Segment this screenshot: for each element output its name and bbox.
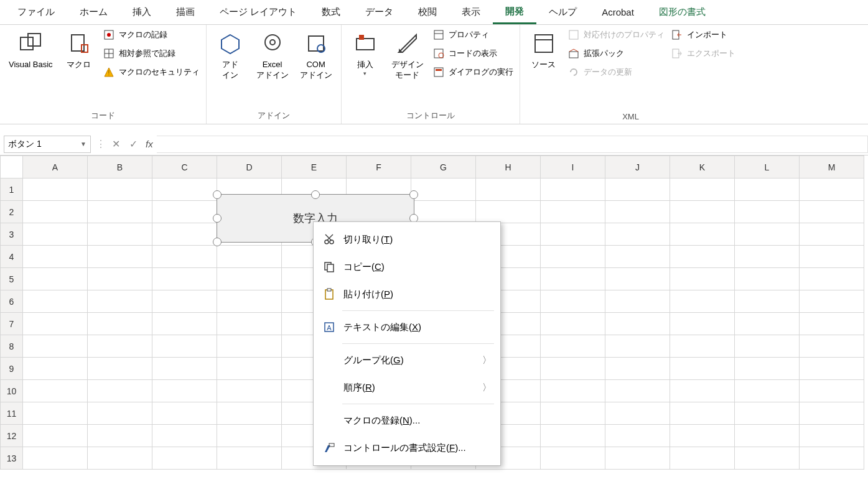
cell[interactable] (152, 358, 217, 380)
cell[interactable] (541, 290, 605, 313)
cell[interactable] (23, 447, 88, 470)
cell[interactable] (735, 223, 800, 246)
cell[interactable] (670, 268, 735, 290)
tab-pagelayout[interactable]: ページ レイアウト (207, 0, 309, 24)
cell[interactable] (605, 178, 670, 201)
expansion-pack-button[interactable]: 拡張パック (566, 46, 666, 61)
tab-shapeformat[interactable]: 図形の書式 (646, 0, 718, 24)
cell[interactable] (88, 290, 152, 313)
cell[interactable] (217, 425, 282, 447)
ctx-edit-text[interactable]: A テキストの編集(X) (314, 313, 500, 341)
cell[interactable] (88, 201, 152, 223)
cell[interactable] (605, 313, 670, 335)
cell[interactable] (800, 402, 864, 425)
tab-insert[interactable]: 挿入 (120, 0, 164, 24)
row-header[interactable]: 6 (1, 290, 23, 313)
cell[interactable] (88, 447, 152, 470)
cell[interactable] (217, 358, 282, 380)
dropdown-icon[interactable]: ▼ (80, 141, 86, 147)
cell[interactable] (735, 447, 800, 470)
cell[interactable] (605, 447, 670, 470)
column-header[interactable]: E (282, 156, 347, 178)
view-code-button[interactable]: コードの表示 (431, 46, 515, 61)
cell[interactable] (541, 447, 605, 470)
cell[interactable] (23, 246, 88, 268)
row-header[interactable]: 5 (1, 268, 23, 290)
cell[interactable] (735, 380, 800, 402)
cell[interactable] (152, 268, 217, 290)
cell[interactable] (541, 246, 605, 268)
tab-help[interactable]: ヘルプ (536, 0, 589, 24)
cell[interactable] (152, 246, 217, 268)
resize-handle-n[interactable] (311, 190, 320, 199)
cell[interactable] (411, 178, 476, 201)
cell[interactable] (800, 447, 864, 470)
drag-handle-icon[interactable]: ⋮ (95, 138, 107, 150)
row-header[interactable]: 4 (1, 246, 23, 268)
export-button[interactable]: エクスポート (670, 46, 737, 61)
row-header[interactable]: 11 (1, 402, 23, 425)
cell[interactable] (541, 425, 605, 447)
tab-acrobat[interactable]: Acrobat (589, 0, 646, 24)
cell[interactable] (541, 358, 605, 380)
column-header[interactable]: L (735, 156, 800, 178)
cell[interactable] (670, 246, 735, 268)
cell[interactable] (605, 201, 670, 223)
cell[interactable] (217, 402, 282, 425)
cell[interactable] (605, 358, 670, 380)
visual-basic-button[interactable]: Visual Basic (5, 27, 57, 73)
column-header[interactable]: J (605, 156, 670, 178)
cell[interactable] (217, 335, 282, 358)
cell[interactable] (541, 402, 605, 425)
cell[interactable] (152, 380, 217, 402)
fx-icon[interactable]: fx (142, 139, 157, 149)
cell[interactable] (670, 201, 735, 223)
resize-handle-sw[interactable] (213, 238, 222, 246)
cell[interactable] (800, 425, 864, 447)
refresh-data-button[interactable]: データの更新 (566, 65, 666, 80)
cell[interactable] (800, 380, 864, 402)
cell[interactable] (152, 178, 217, 201)
cell[interactable] (88, 358, 152, 380)
cell[interactable] (670, 313, 735, 335)
cell[interactable] (88, 335, 152, 358)
cell[interactable] (541, 201, 605, 223)
cell[interactable] (670, 380, 735, 402)
select-all-corner[interactable] (1, 156, 23, 178)
cell[interactable] (476, 201, 541, 223)
tab-formulas[interactable]: 数式 (309, 0, 353, 24)
row-header[interactable]: 1 (1, 178, 23, 201)
cell[interactable] (541, 380, 605, 402)
com-addins-button[interactable]: COM アドイン (296, 27, 336, 83)
cell[interactable] (152, 201, 217, 223)
cell[interactable] (670, 178, 735, 201)
cell[interactable] (23, 201, 88, 223)
accept-formula-button[interactable]: ✓ (124, 138, 142, 150)
cell[interactable] (605, 402, 670, 425)
ctx-format-control[interactable]: コントロールの書式設定(F)... (314, 434, 500, 461)
cell[interactable] (605, 425, 670, 447)
cell[interactable] (23, 380, 88, 402)
cell[interactable] (217, 246, 282, 268)
cell[interactable] (152, 447, 217, 470)
cell[interactable] (217, 380, 282, 402)
column-header[interactable]: C (152, 156, 217, 178)
row-header[interactable]: 13 (1, 447, 23, 470)
cell[interactable] (476, 178, 541, 201)
cell[interactable] (670, 290, 735, 313)
cell[interactable] (670, 425, 735, 447)
cell[interactable] (88, 402, 152, 425)
cell[interactable] (88, 178, 152, 201)
cell[interactable] (23, 402, 88, 425)
cell[interactable] (152, 223, 217, 246)
cell[interactable] (217, 268, 282, 290)
cell[interactable] (800, 201, 864, 223)
row-header[interactable]: 9 (1, 358, 23, 380)
cell[interactable] (735, 290, 800, 313)
cell[interactable] (23, 313, 88, 335)
map-properties-button[interactable]: 対応付けのプロパティ (566, 27, 666, 42)
macros-button[interactable]: マクロ (60, 27, 98, 73)
design-mode-button[interactable]: デザイン モード (388, 27, 427, 83)
column-header[interactable]: M (800, 156, 864, 178)
cell[interactable] (605, 335, 670, 358)
